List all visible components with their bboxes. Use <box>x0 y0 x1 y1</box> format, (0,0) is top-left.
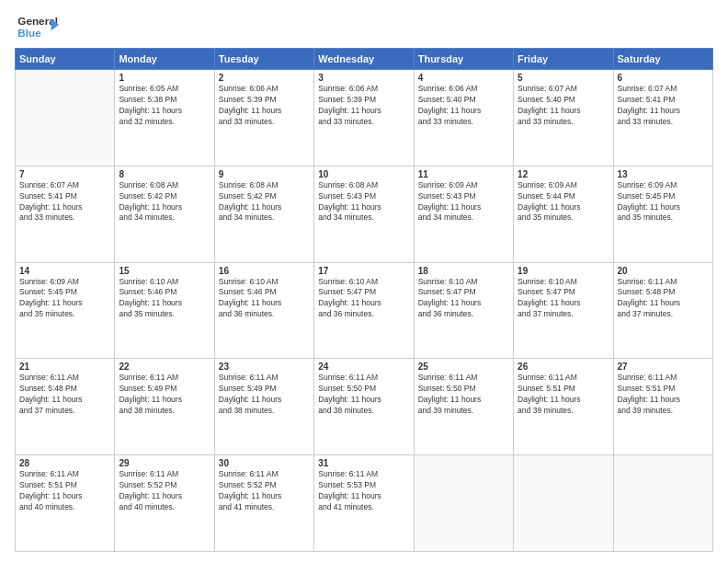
calendar-cell: 21Sunrise: 6:11 AM Sunset: 5:48 PM Dayli… <box>16 359 115 455</box>
calendar-cell: 10Sunrise: 6:08 AM Sunset: 5:43 PM Dayli… <box>314 166 414 262</box>
calendar-cell: 20Sunrise: 6:11 AM Sunset: 5:48 PM Dayli… <box>613 262 712 359</box>
calendar-cell: 23Sunrise: 6:11 AM Sunset: 5:49 PM Dayli… <box>214 359 313 455</box>
day-number: 23 <box>219 362 310 372</box>
calendar-cell: 29Sunrise: 6:11 AM Sunset: 5:52 PM Dayli… <box>115 455 214 552</box>
day-header-wednesday: Wednesday <box>314 49 414 70</box>
week-row-3: 21Sunrise: 6:11 AM Sunset: 5:48 PM Dayli… <box>16 359 713 455</box>
logo-icon: General Blue <box>15 11 70 40</box>
day-number: 6 <box>618 73 709 83</box>
day-number: 18 <box>418 266 509 276</box>
day-info: Sunrise: 6:08 AM Sunset: 5:42 PM Dayligh… <box>119 180 210 224</box>
day-number: 26 <box>518 362 609 372</box>
day-number: 30 <box>219 458 310 468</box>
day-info: Sunrise: 6:10 AM Sunset: 5:47 PM Dayligh… <box>318 277 409 321</box>
calendar-table: SundayMondayTuesdayWednesdayThursdayFrid… <box>15 48 713 552</box>
day-number: 1 <box>119 73 210 83</box>
day-info: Sunrise: 6:06 AM Sunset: 5:40 PM Dayligh… <box>418 84 509 128</box>
day-info: Sunrise: 6:10 AM Sunset: 5:46 PM Dayligh… <box>219 277 310 321</box>
day-number: 7 <box>19 169 110 179</box>
header: General Blue <box>15 11 713 40</box>
calendar-cell: 4Sunrise: 6:06 AM Sunset: 5:40 PM Daylig… <box>414 70 513 167</box>
calendar-cell: 12Sunrise: 6:09 AM Sunset: 5:44 PM Dayli… <box>514 166 613 262</box>
calendar-cell: 19Sunrise: 6:10 AM Sunset: 5:47 PM Dayli… <box>514 262 613 359</box>
page: General Blue SundayMondayTuesdayWednesda… <box>0 0 728 563</box>
day-info: Sunrise: 6:11 AM Sunset: 5:49 PM Dayligh… <box>219 373 310 417</box>
day-number: 19 <box>518 266 609 276</box>
calendar-cell: 18Sunrise: 6:10 AM Sunset: 5:47 PM Dayli… <box>414 262 513 359</box>
day-info: Sunrise: 6:11 AM Sunset: 5:48 PM Dayligh… <box>618 277 709 321</box>
day-number: 4 <box>418 73 509 83</box>
day-header-saturday: Saturday <box>613 49 712 70</box>
day-info: Sunrise: 6:09 AM Sunset: 5:45 PM Dayligh… <box>19 277 110 321</box>
day-number: 24 <box>318 362 409 372</box>
day-number: 14 <box>19 266 110 276</box>
calendar-cell: 26Sunrise: 6:11 AM Sunset: 5:51 PM Dayli… <box>514 359 613 455</box>
day-info: Sunrise: 6:11 AM Sunset: 5:48 PM Dayligh… <box>19 373 110 417</box>
calendar-cell: 7Sunrise: 6:07 AM Sunset: 5:41 PM Daylig… <box>16 166 115 262</box>
day-info: Sunrise: 6:11 AM Sunset: 5:51 PM Dayligh… <box>618 373 709 417</box>
day-header-sunday: Sunday <box>16 49 115 70</box>
day-number: 11 <box>418 169 509 179</box>
day-info: Sunrise: 6:07 AM Sunset: 5:41 PM Dayligh… <box>19 180 110 224</box>
svg-text:Blue: Blue <box>17 27 41 39</box>
day-number: 17 <box>318 266 409 276</box>
day-number: 27 <box>618 362 709 372</box>
calendar-cell: 11Sunrise: 6:09 AM Sunset: 5:43 PM Dayli… <box>414 166 513 262</box>
calendar-cell: 9Sunrise: 6:08 AM Sunset: 5:42 PM Daylig… <box>214 166 313 262</box>
day-info: Sunrise: 6:08 AM Sunset: 5:43 PM Dayligh… <box>318 180 409 224</box>
calendar-cell: 8Sunrise: 6:08 AM Sunset: 5:42 PM Daylig… <box>115 166 214 262</box>
day-number: 9 <box>219 169 310 179</box>
calendar-cell: 1Sunrise: 6:05 AM Sunset: 5:38 PM Daylig… <box>115 70 214 167</box>
day-number: 16 <box>219 266 310 276</box>
day-info: Sunrise: 6:10 AM Sunset: 5:47 PM Dayligh… <box>518 277 609 321</box>
day-info: Sunrise: 6:11 AM Sunset: 5:52 PM Dayligh… <box>219 469 310 513</box>
day-info: Sunrise: 6:06 AM Sunset: 5:39 PM Dayligh… <box>219 84 310 128</box>
calendar-cell: 6Sunrise: 6:07 AM Sunset: 5:41 PM Daylig… <box>613 70 712 167</box>
day-info: Sunrise: 6:09 AM Sunset: 5:45 PM Dayligh… <box>618 180 709 224</box>
calendar-cell: 30Sunrise: 6:11 AM Sunset: 5:52 PM Dayli… <box>214 455 313 552</box>
day-info: Sunrise: 6:09 AM Sunset: 5:43 PM Dayligh… <box>418 180 509 224</box>
day-info: Sunrise: 6:11 AM Sunset: 5:49 PM Dayligh… <box>119 373 210 417</box>
day-info: Sunrise: 6:11 AM Sunset: 5:50 PM Dayligh… <box>318 373 409 417</box>
calendar-cell: 22Sunrise: 6:11 AM Sunset: 5:49 PM Dayli… <box>115 359 214 455</box>
calendar-cell: 25Sunrise: 6:11 AM Sunset: 5:50 PM Dayli… <box>414 359 513 455</box>
day-info: Sunrise: 6:11 AM Sunset: 5:53 PM Dayligh… <box>318 469 409 513</box>
day-info: Sunrise: 6:09 AM Sunset: 5:44 PM Dayligh… <box>518 180 609 224</box>
day-number: 20 <box>618 266 709 276</box>
day-number: 10 <box>318 169 409 179</box>
week-row-4: 28Sunrise: 6:11 AM Sunset: 5:51 PM Dayli… <box>16 455 713 552</box>
day-info: Sunrise: 6:10 AM Sunset: 5:47 PM Dayligh… <box>418 277 509 321</box>
calendar-cell: 31Sunrise: 6:11 AM Sunset: 5:53 PM Dayli… <box>314 455 414 552</box>
calendar-cell <box>514 455 613 552</box>
day-info: Sunrise: 6:11 AM Sunset: 5:51 PM Dayligh… <box>19 469 110 513</box>
day-number: 21 <box>19 362 110 372</box>
calendar-cell: 15Sunrise: 6:10 AM Sunset: 5:46 PM Dayli… <box>115 262 214 359</box>
day-header-thursday: Thursday <box>414 49 513 70</box>
calendar-cell: 28Sunrise: 6:11 AM Sunset: 5:51 PM Dayli… <box>16 455 115 552</box>
day-number: 15 <box>119 266 210 276</box>
day-number: 28 <box>19 458 110 468</box>
day-number: 12 <box>518 169 609 179</box>
calendar-cell <box>613 455 712 552</box>
calendar-cell: 5Sunrise: 6:07 AM Sunset: 5:40 PM Daylig… <box>514 70 613 167</box>
day-number: 31 <box>318 458 409 468</box>
calendar-cell: 14Sunrise: 6:09 AM Sunset: 5:45 PM Dayli… <box>16 262 115 359</box>
calendar-cell: 13Sunrise: 6:09 AM Sunset: 5:45 PM Dayli… <box>613 166 712 262</box>
calendar-cell: 24Sunrise: 6:11 AM Sunset: 5:50 PM Dayli… <box>314 359 414 455</box>
day-info: Sunrise: 6:06 AM Sunset: 5:39 PM Dayligh… <box>318 84 409 128</box>
logo: General Blue <box>15 11 70 40</box>
week-row-2: 14Sunrise: 6:09 AM Sunset: 5:45 PM Dayli… <box>16 262 713 359</box>
calendar-cell <box>16 70 115 167</box>
day-number: 3 <box>318 73 409 83</box>
day-number: 25 <box>418 362 509 372</box>
day-number: 2 <box>219 73 310 83</box>
day-number: 29 <box>119 458 210 468</box>
calendar-cell: 17Sunrise: 6:10 AM Sunset: 5:47 PM Dayli… <box>314 262 414 359</box>
day-info: Sunrise: 6:05 AM Sunset: 5:38 PM Dayligh… <box>119 84 210 128</box>
day-info: Sunrise: 6:07 AM Sunset: 5:41 PM Dayligh… <box>618 84 709 128</box>
calendar-cell: 16Sunrise: 6:10 AM Sunset: 5:46 PM Dayli… <box>214 262 313 359</box>
calendar-cell: 2Sunrise: 6:06 AM Sunset: 5:39 PM Daylig… <box>214 70 313 167</box>
day-number: 13 <box>618 169 709 179</box>
day-number: 5 <box>518 73 609 83</box>
day-header-monday: Monday <box>115 49 214 70</box>
